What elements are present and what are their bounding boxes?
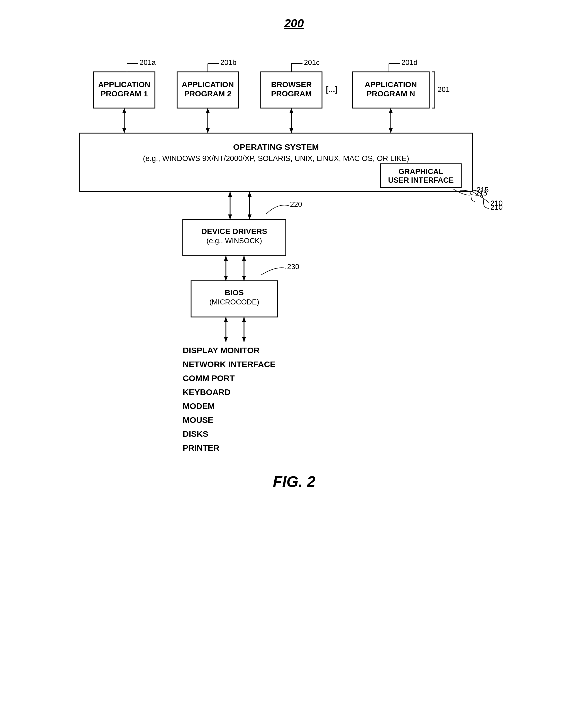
figure-number: 200 (57, 17, 531, 30)
